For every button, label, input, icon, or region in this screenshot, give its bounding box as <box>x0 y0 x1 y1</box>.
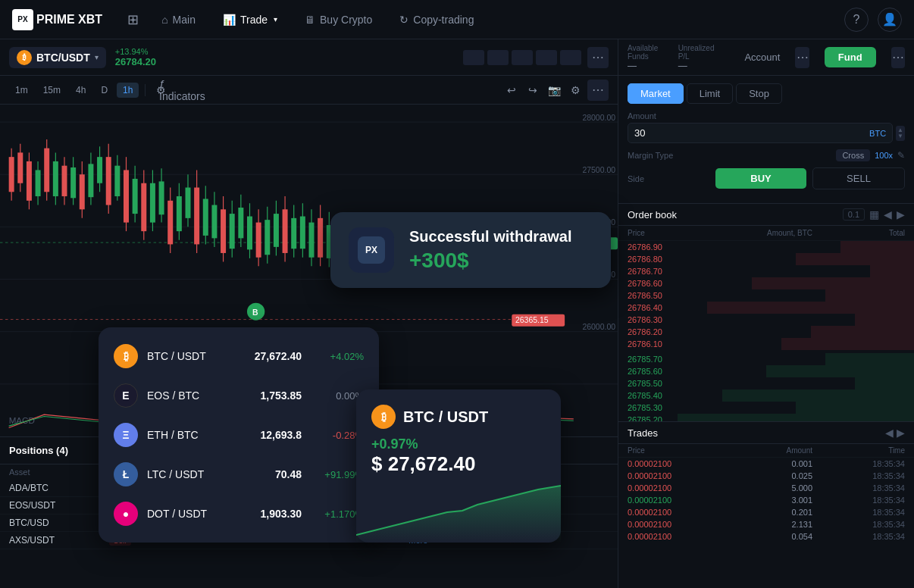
grid-icon[interactable]: ⊞ <box>121 8 145 32</box>
available-value: — <box>628 61 663 71</box>
list-item[interactable]: ₿ BTC / USDT 27,672.40 +4.02% <box>99 336 379 376</box>
nav-buy-crypto-label: Buy Crypto <box>320 14 372 26</box>
chart-header: ₿ BTC/USDT ▾ +13.94% 26784.20 ⋯ <box>0 39 618 76</box>
eos-coin-icon: E <box>114 383 138 408</box>
ob-nav-right[interactable]: ▶ <box>897 208 905 220</box>
unrealized-label: Unrealized P/L <box>678 44 715 61</box>
fcc-mini-chart <box>356 482 561 543</box>
tf-more[interactable]: ⋯ <box>587 80 609 101</box>
table-row: 0.00002100 0.201 18:35:34 <box>618 506 914 518</box>
available-label: Available Funds <box>628 44 663 61</box>
btc-icon: ₿ <box>17 50 32 65</box>
edit-icon[interactable]: ✎ <box>897 150 905 161</box>
fund-button[interactable]: Fund <box>825 47 876 67</box>
ob-sell-row: 26786.80 <box>618 253 914 265</box>
logo[interactable]: PX PRIME XBT <box>12 9 102 30</box>
ob-size[interactable]: 0.1 <box>843 208 865 220</box>
nav-buy-crypto[interactable]: 🖥 Buy Crypto <box>294 9 383 30</box>
trades-header: Trades ◀ ▶ <box>618 422 914 444</box>
chart-more-button[interactable]: ⋯ <box>587 47 609 68</box>
sell-button[interactable]: SELL <box>812 167 905 189</box>
ob-buy-row: 26785.30 <box>618 402 914 414</box>
account-more[interactable]: ⋯ <box>795 47 809 68</box>
account-button[interactable]: 👤 <box>878 8 902 32</box>
notif-text: Successful withdrawal +300$ <box>409 228 572 273</box>
notif-px-text: PX <box>365 245 377 255</box>
ob-sell-row: 26786.60 <box>618 277 914 289</box>
tf-separator <box>145 84 146 96</box>
pair-chevron: ▾ <box>95 53 99 61</box>
list-item[interactable]: Ξ ETH / BTC 12,693.8 -0.28% <box>99 415 379 455</box>
tab-stop[interactable]: Stop <box>736 83 782 104</box>
logo-icon: PX <box>12 9 33 30</box>
tf-gear[interactable]: ⚙ <box>566 81 584 99</box>
chart-header-item-1 <box>463 50 484 65</box>
margin-row: Margin Type Cross 100x ✎ <box>628 149 905 161</box>
svg-text:B: B <box>252 308 258 317</box>
tab-limit[interactable]: Limit <box>687 83 733 104</box>
copy-icon: ↻ <box>399 14 408 26</box>
amount-value: 30 <box>634 127 645 139</box>
margin-value: Cross 100x ✎ <box>836 149 905 161</box>
tf-4h[interactable]: 4h <box>70 83 92 98</box>
top-navigation: PX PRIME XBT ⊞ ⌂ Main 📊 Trade ▾ 🖥 Buy Cr… <box>0 0 914 39</box>
help-button[interactable]: ? <box>844 8 869 32</box>
tf-undo[interactable]: ↩ <box>502 81 521 99</box>
amount-stepper[interactable]: ▲ ▼ <box>896 126 905 141</box>
svg-text:26365.15: 26365.15 <box>515 316 549 324</box>
nav-trade[interactable]: 📊 Trade ▾ <box>212 9 288 30</box>
ob-view-icon[interactable]: ▦ <box>869 208 879 220</box>
trades-nav-right[interactable]: ▶ <box>897 427 905 439</box>
notification-card: PX Successful withdrawal +300$ <box>330 212 611 288</box>
list-item[interactable]: ● DOT / USDT 1,903.30 +1.170% <box>99 494 379 533</box>
tf-15m[interactable]: 15m <box>37 83 67 98</box>
table-row: 0.00002100 0.025 18:35:34 <box>618 470 914 482</box>
chart-header-item-3 <box>512 50 533 65</box>
fcc-change: +0.97% <box>371 436 546 452</box>
trade-icon: 📊 <box>223 14 236 26</box>
trades-nav-left[interactable]: ◀ <box>885 427 894 439</box>
coin-name: EOS / BTC <box>147 389 224 402</box>
order-type-tabs: Market Limit Stop <box>628 83 905 104</box>
price-val: 26784.20 <box>115 56 156 67</box>
buy-button[interactable]: BUY <box>715 168 806 189</box>
price-change: +13.94% 26784.20 <box>115 47 156 67</box>
home-icon: ⌂ <box>161 14 167 26</box>
ob-sell-row: 26786.40 <box>618 302 914 314</box>
ob-sell-row: 26786.90 <box>618 241 914 253</box>
nav-copy-trading-label: Copy-trading <box>413 14 474 26</box>
floating-chart-card: ₿ BTC / USDT +0.97% $ 27,672.40 <box>356 389 561 543</box>
coin-price: 27,672.40 <box>233 350 302 362</box>
amount-input[interactable]: 30 BTC <box>628 123 893 143</box>
chart-header-items <box>463 50 581 65</box>
ob-buy-row: 26785.40 <box>618 389 914 402</box>
tf-1h[interactable]: 1h <box>117 83 139 98</box>
nav-trade-label: Trade <box>240 14 268 26</box>
nav-main[interactable]: ⌂ Main <box>151 9 206 30</box>
btc-coin-icon: ₿ <box>114 344 138 368</box>
side-label: Side <box>628 174 709 183</box>
tf-D[interactable]: D <box>95 83 114 98</box>
ob-total-header: Total <box>812 229 905 237</box>
list-item[interactable]: E EOS / BTC 1,753.85 0.00% <box>99 376 379 415</box>
pair-selector[interactable]: ₿ BTC/USDT ▾ <box>9 47 106 68</box>
nav-copy-trading[interactable]: ↻ Copy-trading <box>389 9 484 30</box>
ob-nav-left[interactable]: ◀ <box>884 208 892 220</box>
tab-market[interactable]: Market <box>628 83 684 104</box>
coin-price: 1,753.85 <box>233 389 302 402</box>
list-item[interactable]: Ł LTC / USDT 70.48 +91.99% <box>99 455 379 494</box>
fcc-price: $ 27,672.40 <box>371 452 546 476</box>
ltc-coin-icon: Ł <box>114 462 138 486</box>
trades-rows: 0.00002100 0.001 18:35:34 0.00002100 0.0… <box>618 458 914 543</box>
ob-sell-row: 26786.50 <box>618 289 914 302</box>
tf-1m[interactable]: 1m <box>9 83 34 98</box>
svg-text:28000.00: 28000.00 <box>582 114 615 122</box>
tf-redo[interactable]: ↪ <box>524 81 542 99</box>
leverage-badge: 100x <box>875 151 893 160</box>
tf-indicators[interactable]: ƒ Indicators <box>173 81 191 99</box>
amount-down[interactable]: ▼ <box>897 133 903 139</box>
funds-more[interactable]: ⋯ <box>891 47 905 68</box>
coin-price: 12,693.8 <box>233 429 302 441</box>
positions-title: Positions (4) <box>9 445 68 456</box>
tf-screenshot[interactable]: 📷 <box>545 81 563 99</box>
